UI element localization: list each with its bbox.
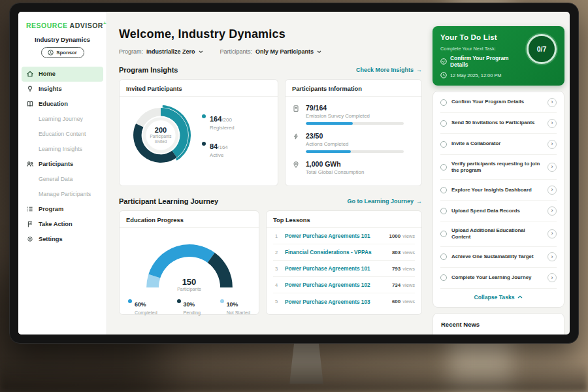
todo-task-list: Confirm Your Program Details › Send 50 I… — [433, 91, 564, 308]
chevron-right-icon[interactable]: › — [547, 140, 557, 149]
task-checkbox[interactable] — [440, 164, 447, 171]
sidebar-item-learning-journey[interactable]: Learning Journey — [18, 112, 106, 127]
task-checkbox[interactable] — [440, 231, 447, 237]
task-checkbox[interactable] — [440, 120, 447, 127]
section-title: Program Insights — [119, 66, 178, 74]
sidebar-item-manage-participants[interactable]: Manage Participants — [18, 187, 106, 202]
participants-filter-value: Only My Participants — [255, 48, 314, 55]
sidebar-item-education-content[interactable]: Education Content — [18, 127, 106, 142]
info-value: 79/164 — [306, 104, 404, 112]
lesson-link[interactable]: Power Purchase Agreements 101 — [285, 233, 384, 239]
todo-hero-card: Your To Do List Complete Your Next Task:… — [433, 26, 564, 86]
task-row-upload-spend-data[interactable]: Upload Spend Data Records › — [440, 201, 557, 221]
card-title: Top Lessons — [267, 217, 421, 228]
sidebar-item-take-action[interactable]: Take Action — [18, 217, 106, 232]
lesson-link[interactable]: Power Purchase Agreements 101 — [285, 265, 387, 272]
program-filter-dropdown[interactable]: Program: Industrialize Zero — [119, 48, 203, 55]
legend-total: /200 — [221, 117, 232, 123]
lesson-row: 5 Power Purchase Agreements 103 600views — [273, 293, 415, 310]
gauge-center-label: Participants — [137, 287, 242, 291]
sidebar-item-general-data[interactable]: General Data — [18, 172, 106, 187]
task-label: Upload Spend Data Records — [451, 208, 543, 214]
task-label: Complete Your Learning Journey — [451, 274, 543, 281]
lesson-link[interactable]: Power Purchase Agreements 103 — [285, 299, 387, 305]
sponsor-badge: Sponsor — [41, 47, 84, 58]
chevron-right-icon[interactable]: › — [547, 206, 557, 216]
education-progress-card: Education Progress 150 Participants 60% — [119, 210, 259, 315]
views-count: 600 — [392, 299, 400, 304]
collapse-tasks-link[interactable]: Collapse Tasks — [440, 289, 557, 306]
sidebar-item-home[interactable]: Home — [22, 67, 103, 82]
lesson-rank: 5 — [273, 299, 280, 304]
learning-journey-header: Participant Learning Journey Go to Learn… — [119, 197, 422, 205]
lesson-link[interactable]: Financial Considerations - VPPAs — [285, 249, 387, 255]
chevron-right-icon[interactable]: › — [547, 98, 557, 107]
sidebar-item-program[interactable]: Program — [18, 202, 106, 217]
task-checkbox[interactable] — [440, 253, 447, 260]
go-to-learning-journey-link[interactable]: Go to Learning Journey → — [347, 198, 422, 204]
chevron-right-icon[interactable]: › — [547, 229, 557, 238]
task-checkbox[interactable] — [440, 99, 447, 106]
sidebar-item-settings[interactable]: Settings — [18, 232, 106, 247]
participants-filter-dropdown[interactable]: Participants: Only My Participants — [220, 48, 322, 55]
views-count: 803 — [392, 250, 400, 255]
task-row-complete-learning-journey[interactable]: Complete Your Learning Journey › — [440, 268, 557, 289]
task-label: Achieve One Sustainability Target — [451, 253, 543, 260]
chevron-up-icon — [517, 295, 523, 299]
sidebar-item-education[interactable]: Education — [18, 97, 106, 112]
donut-center-label: Invited — [155, 139, 167, 144]
task-row-upload-educational-content[interactable]: Upload Additional Educational Content › — [440, 221, 557, 246]
legend-value: 84 — [210, 142, 218, 150]
participants-information-card: Participants Information 79/164 Emission… — [285, 79, 422, 186]
progress-bar — [306, 150, 404, 153]
chevron-right-icon[interactable]: › — [547, 186, 557, 195]
lesson-rank: 2 — [273, 250, 280, 255]
todo-due-label: 12 May 2025, 12:00 PM — [450, 73, 501, 78]
task-row-invite-collaborator[interactable]: Invite a Collaborator › — [440, 134, 557, 155]
sidebar-item-label: Home — [39, 71, 56, 77]
lesson-link[interactable]: Power Purchase Agreements 102 — [285, 282, 387, 288]
sponsor-badge-label: Sponsor — [56, 50, 77, 56]
gear-icon — [26, 235, 34, 243]
views-label: views — [402, 250, 415, 255]
chevron-right-icon[interactable]: › — [547, 252, 557, 261]
legend-item-pending: 30% Pending — [177, 297, 201, 316]
chevron-right-icon[interactable]: › — [547, 273, 557, 282]
chevron-right-icon[interactable]: › — [547, 163, 557, 172]
task-row-send-invitations[interactable]: Send 50 Invitations to Participants › — [440, 113, 557, 134]
chevron-down-icon — [199, 50, 203, 54]
education-gauge-chart: 150 Participants — [137, 232, 242, 291]
task-row-achieve-target[interactable]: Achieve One Sustainability Target › — [440, 247, 557, 268]
task-row-explore-insights[interactable]: Explore Your Insights Dashboard › — [440, 180, 557, 201]
task-checkbox[interactable] — [440, 187, 447, 193]
check-more-insights-link[interactable]: Check More Insights → — [356, 67, 422, 73]
chevron-right-icon[interactable]: › — [547, 119, 557, 128]
gauge-center-value: 150 — [137, 277, 242, 287]
task-checkbox[interactable] — [440, 208, 447, 214]
legend-item-not-started: 10% Not Started — [220, 297, 250, 316]
task-row-confirm-program[interactable]: Confirm Your Program Details › — [440, 92, 557, 113]
task-label: Upload Additional Educational Content — [451, 227, 543, 240]
progress-bar-fill — [306, 122, 353, 125]
legend-dot — [202, 114, 206, 118]
desk-shadow — [0, 361, 588, 392]
sidebar-item-label: Learning Insights — [39, 146, 82, 152]
sidebar-nav: Home Insights Education Learning Journey… — [18, 67, 106, 247]
legend-value: 30% — [184, 301, 195, 308]
task-label: Explore Your Insights Dashboard — [451, 187, 543, 193]
page-title: Welcome, Industry Dynamics — [119, 27, 430, 41]
program-insights-cards: Invited Participants 200 Participants In… — [119, 79, 422, 186]
sidebar-item-learning-insights[interactable]: Learning Insights — [18, 142, 106, 157]
arrow-right-icon: → — [416, 67, 422, 73]
sidebar-item-label: Learning Journey — [39, 116, 83, 122]
task-checkbox[interactable] — [440, 141, 447, 148]
views-label: views — [402, 282, 415, 288]
link-label: Go to Learning Journey — [347, 198, 414, 204]
sidebar-item-participants[interactable]: Participants — [18, 157, 106, 172]
legend-value: 10% — [227, 301, 238, 308]
task-row-verify-participants[interactable]: Verify participants requesting to join t… — [440, 155, 557, 180]
task-checkbox[interactable] — [440, 274, 447, 281]
sidebar-item-insights[interactable]: Insights — [18, 82, 106, 97]
card-title: Participants Information — [286, 86, 421, 97]
sidebar-item-label: Settings — [39, 236, 63, 242]
